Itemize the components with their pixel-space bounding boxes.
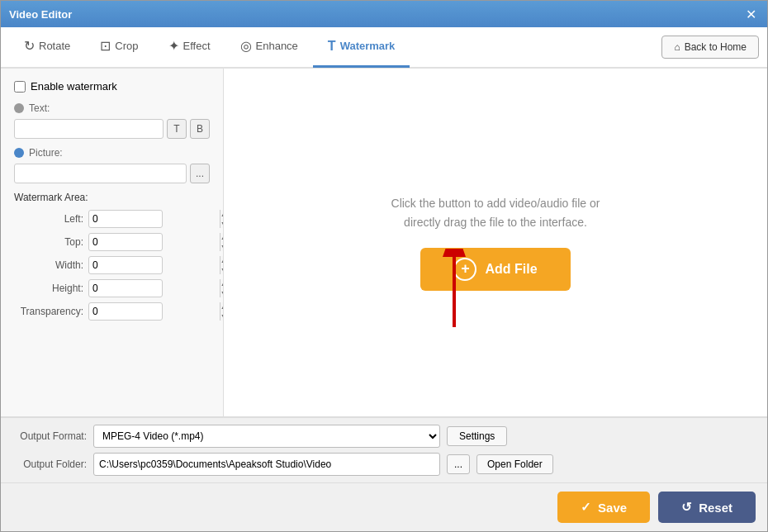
left-input[interactable] <box>89 211 220 227</box>
back-to-home-label: Back to Home <box>685 41 747 53</box>
text-section-label: Text: <box>14 102 210 114</box>
tab-crop[interactable]: ⊡ Crop <box>85 26 153 68</box>
text-input-row: T B <box>14 119 210 139</box>
top-field-label: Top: <box>14 236 88 248</box>
text-label: Text: <box>29 102 50 114</box>
watermark-area-section: Watermark Area: Left: ▲ ▼ Top: <box>14 192 210 321</box>
tab-rotate[interactable]: ↻ Rotate <box>9 26 85 68</box>
width-field-label: Width: <box>14 259 88 271</box>
bottom-section: Output Format: MPEG-4 Video (*.mp4) Sett… <box>1 416 767 531</box>
picture-label: Picture: <box>29 147 63 159</box>
output-format-row: Output Format: MPEG-4 Video (*.mp4) Sett… <box>12 425 756 448</box>
main-content: Enable watermark Text: T B Picture: ... … <box>1 69 767 416</box>
watermark-area-title: Watermark Area: <box>14 192 210 203</box>
output-format-select[interactable]: MPEG-4 Video (*.mp4) <box>93 425 440 448</box>
width-field-row: Width: ▲ ▼ <box>14 256 210 274</box>
tab-watermark[interactable]: T Watermark <box>313 26 410 68</box>
drop-hint: Click the button to add video/audio file… <box>391 194 600 231</box>
width-spinbox: ▲ ▼ <box>88 256 163 274</box>
open-folder-button[interactable]: Open Folder <box>476 454 553 474</box>
output-folder-input[interactable] <box>93 453 440 476</box>
watermark-icon: T <box>328 39 336 54</box>
top-spinbox: ▲ ▼ <box>88 233 163 251</box>
tab-effect-label: Effect <box>183 40 211 52</box>
home-icon: ⌂ <box>674 41 680 53</box>
height-input[interactable] <box>89 280 220 297</box>
top-field-row: Top: ▲ ▼ <box>14 233 210 251</box>
picture-radio-dot <box>14 148 24 158</box>
save-label: Save <box>598 501 627 515</box>
enhance-icon: ◎ <box>240 38 252 54</box>
reset-label: Reset <box>699 501 732 515</box>
close-button[interactable]: ✕ <box>742 6 759 22</box>
picture-input-row: ... <box>14 164 210 183</box>
browse-folder-button[interactable]: ... <box>447 454 470 474</box>
text-radio-dot <box>14 103 24 113</box>
action-buttons: ✓ Save ↺ Reset <box>1 482 767 531</box>
height-field-row: Height: ▲ ▼ <box>14 279 210 297</box>
enable-watermark-row: Enable watermark <box>14 80 210 93</box>
tab-watermark-label: Watermark <box>340 40 396 52</box>
save-icon: ✓ <box>581 500 591 515</box>
tab-bar: ↻ Rotate ⊡ Crop ✦ Effect ◎ Enhance T Wat… <box>9 26 661 68</box>
text-format-button[interactable]: T <box>167 119 187 139</box>
browse-picture-button[interactable]: ... <box>190 164 210 183</box>
text-input[interactable] <box>14 119 164 139</box>
reset-icon: ↺ <box>681 500 692 515</box>
enable-watermark-checkbox[interactable] <box>14 81 26 93</box>
output-folder-row: Output Folder: ... Open Folder <box>12 453 756 476</box>
tab-enhance-label: Enhance <box>256 40 298 52</box>
output-format-label: Output Format: <box>12 430 87 442</box>
crop-icon: ⊡ <box>100 38 111 54</box>
right-panel: Click the button to add video/audio file… <box>224 69 767 416</box>
picture-input[interactable] <box>14 164 187 183</box>
height-spinbox: ▲ ▼ <box>88 279 163 297</box>
drop-hint-line2: directly drag the file to the interface. <box>404 216 587 229</box>
text-bold-button[interactable]: B <box>190 119 210 139</box>
reset-button[interactable]: ↺ Reset <box>658 492 756 523</box>
back-to-home-button[interactable]: ⌂ Back to Home <box>661 36 759 59</box>
width-input[interactable] <box>89 257 220 273</box>
transparency-spinbox: ▲ ▼ <box>88 302 163 321</box>
tab-crop-label: Crop <box>115 40 138 52</box>
effect-icon: ✦ <box>168 38 179 54</box>
title-bar: Video Editor ✕ <box>1 1 767 27</box>
bottom-bar: Output Format: MPEG-4 Video (*.mp4) Sett… <box>1 417 767 482</box>
tab-rotate-label: Rotate <box>39 40 70 52</box>
enable-watermark-label: Enable watermark <box>31 80 117 93</box>
tab-effect[interactable]: ✦ Effect <box>154 26 225 68</box>
tab-enhance[interactable]: ◎ Enhance <box>225 26 313 68</box>
drop-hint-line1: Click the button to add video/audio file… <box>391 197 600 210</box>
rotate-icon: ↻ <box>24 38 35 54</box>
output-folder-label: Output Folder: <box>12 458 87 470</box>
left-field-row: Left: ▲ ▼ <box>14 210 210 228</box>
arrow-hint <box>429 249 479 334</box>
left-field-label: Left: <box>14 213 88 225</box>
top-input[interactable] <box>89 234 220 250</box>
transparency-input[interactable] <box>89 303 220 320</box>
transparency-field-row: Transparency: ▲ ▼ <box>14 302 210 321</box>
height-field-label: Height: <box>14 283 88 294</box>
left-panel: Enable watermark Text: T B Picture: ... … <box>1 69 224 416</box>
save-button[interactable]: ✓ Save <box>557 492 650 523</box>
window-title: Video Editor <box>9 8 742 21</box>
add-file-label: Add File <box>485 262 537 277</box>
transparency-field-label: Transparency: <box>14 306 88 317</box>
toolbar: ↻ Rotate ⊡ Crop ✦ Effect ◎ Enhance T Wat… <box>1 27 767 69</box>
settings-button[interactable]: Settings <box>447 426 507 446</box>
picture-section-label: Picture: <box>14 147 210 159</box>
left-spinbox: ▲ ▼ <box>88 210 163 228</box>
main-window: Video Editor ✕ ↻ Rotate ⊡ Crop ✦ Effect … <box>0 0 768 532</box>
red-arrow-svg <box>429 249 479 331</box>
